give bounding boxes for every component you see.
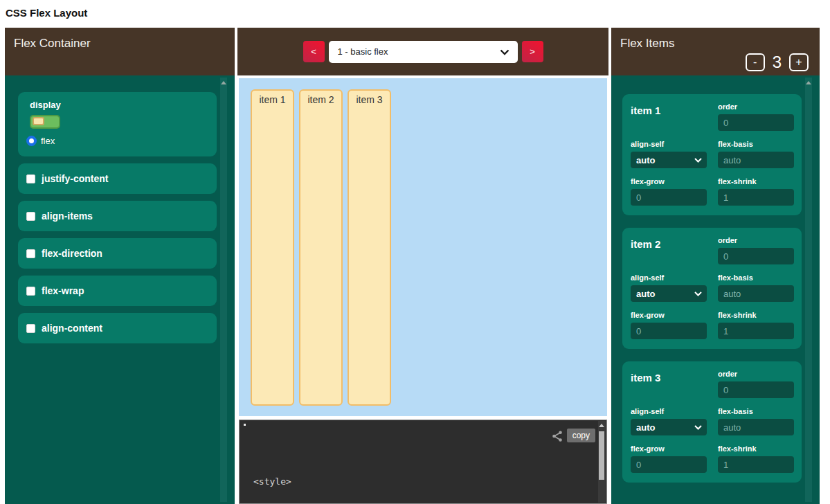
- scroll-up-icon: [599, 424, 604, 427]
- left-panel-scrollbar[interactable]: [220, 78, 227, 502]
- code-panel: <style> .flex-container { display: flex;…: [239, 420, 607, 504]
- example-select-wrap: 1 - basic flex: [329, 41, 518, 63]
- align-self-select[interactable]: auto: [631, 152, 707, 168]
- preview-column: < 1 - basic flex > item 1 item 2 item 3 …: [237, 28, 608, 504]
- prev-example-button[interactable]: <: [303, 41, 325, 62]
- order-input[interactable]: [718, 114, 794, 131]
- flex-items-header: Flex Items - 3 +: [611, 28, 820, 75]
- flex-basis-label: flex-basis: [718, 273, 794, 282]
- flex-items-panel: Flex Items - 3 + item 1 order align-self: [611, 28, 820, 504]
- item-3-title: item 3: [631, 370, 707, 398]
- flex-wrap-card: flex-wrap: [18, 276, 217, 306]
- align-self-label: align-self: [631, 273, 707, 282]
- display-toggle[interactable]: [30, 115, 60, 129]
- add-item-button[interactable]: +: [789, 53, 809, 71]
- flex-wrap-label: flex-wrap: [42, 285, 84, 296]
- flex-grow-input[interactable]: [631, 456, 707, 473]
- display-card: display flex: [18, 92, 217, 156]
- align-items-checkbox[interactable]: [26, 212, 35, 221]
- flex-basis-label: flex-basis: [718, 407, 794, 415]
- align-content-card: align-content: [18, 313, 217, 343]
- justify-content-label: justify-content: [42, 173, 108, 184]
- order-label: order: [718, 102, 794, 111]
- flex-grow-label: flex-grow: [631, 311, 707, 319]
- flex-shrink-input[interactable]: [718, 456, 794, 473]
- flex-shrink-label: flex-shrink: [718, 311, 794, 319]
- flex-shrink-label: flex-shrink: [718, 177, 794, 186]
- item-2-title: item 2: [631, 236, 707, 264]
- preview-flex-item-2: item 2: [299, 89, 343, 406]
- flex-items-body: item 1 order align-self auto: [611, 75, 820, 504]
- flex-basis-input[interactable]: [718, 419, 794, 435]
- toggle-knob: [33, 117, 44, 125]
- order-label: order: [718, 370, 794, 378]
- order-label: order: [718, 236, 794, 244]
- align-self-select-wrap: auto: [631, 152, 707, 168]
- flex-wrap-checkbox[interactable]: [26, 287, 35, 296]
- example-nav-bar: < 1 - basic flex >: [237, 28, 608, 75]
- flex-basis-label: flex-basis: [718, 140, 794, 148]
- flex-container-title: Flex Container: [14, 37, 91, 51]
- code-block: <style> .flex-container { display: flex;: [253, 449, 593, 504]
- flex-container-body: display flex justify-content align-items: [5, 75, 235, 504]
- flex-preview-container: item 1 item 2 item 3: [239, 78, 607, 416]
- code-line: <style>: [253, 475, 593, 488]
- order-input[interactable]: [718, 381, 794, 398]
- flex-radio-label: flex: [41, 136, 55, 146]
- align-self-select-wrap: auto: [631, 419, 707, 435]
- flex-direction-card: flex-direction: [18, 238, 217, 269]
- align-self-label: align-self: [631, 407, 707, 415]
- scrollbar-thumb[interactable]: [599, 431, 604, 480]
- flex-basis-input[interactable]: [718, 285, 794, 302]
- align-items-card: align-items: [18, 201, 217, 231]
- item-2-card: item 2 order align-self auto: [622, 228, 802, 349]
- flex-shrink-label: flex-shrink: [718, 444, 794, 453]
- flex-direction-checkbox[interactable]: [26, 249, 35, 258]
- item-1-title: item 1: [631, 102, 707, 131]
- flex-container-panel: Flex Container display flex justify-cont…: [5, 28, 235, 504]
- flex-grow-label: flex-grow: [631, 444, 707, 453]
- flex-grow-input[interactable]: [631, 323, 707, 339]
- flex-direction-label: flex-direction: [42, 248, 102, 259]
- align-self-label: align-self: [631, 140, 707, 148]
- app-root: CSS Flex Layout Flex Container display f…: [0, 0, 830, 504]
- scroll-up-icon: [221, 81, 226, 84]
- flex-radio[interactable]: [26, 136, 37, 146]
- item-3-card: item 3 order align-self auto: [622, 361, 802, 483]
- flex-radio-row: flex: [26, 136, 208, 146]
- align-self-select[interactable]: auto: [631, 285, 707, 302]
- page-title: CSS Flex Layout: [6, 7, 87, 19]
- flex-grow-input[interactable]: [631, 189, 707, 206]
- right-panel-scrollbar[interactable]: [805, 78, 812, 502]
- item-count: 3: [773, 53, 782, 72]
- flex-container-header: Flex Container: [5, 28, 235, 75]
- flex-grow-label: flex-grow: [631, 177, 707, 186]
- remove-item-button[interactable]: -: [746, 53, 765, 71]
- flex-items-title: Flex Items: [620, 37, 674, 51]
- flex-shrink-input[interactable]: [718, 323, 794, 339]
- order-input[interactable]: [718, 248, 794, 264]
- align-items-label: align-items: [42, 210, 93, 222]
- copy-button[interactable]: copy: [567, 429, 595, 442]
- scroll-up-icon: [806, 81, 811, 84]
- caret-dot: [244, 424, 246, 426]
- next-example-button[interactable]: >: [522, 41, 543, 62]
- justify-content-card: justify-content: [18, 163, 217, 194]
- code-scrollbar[interactable]: [598, 421, 606, 503]
- preview-flex-item-1: item 1: [251, 89, 294, 406]
- display-label: display: [30, 100, 208, 110]
- preview-flex-item-3: item 3: [348, 89, 391, 406]
- justify-content-checkbox[interactable]: [26, 174, 35, 183]
- item-1-card: item 1 order align-self auto: [622, 94, 802, 215]
- share-icon[interactable]: [551, 430, 563, 444]
- example-select[interactable]: 1 - basic flex: [329, 41, 518, 63]
- flex-basis-input[interactable]: [718, 152, 794, 168]
- flex-shrink-input[interactable]: [718, 189, 794, 206]
- align-self-select-wrap: auto: [631, 285, 707, 302]
- item-count-controls: - 3 +: [746, 53, 809, 72]
- align-self-select[interactable]: auto: [631, 419, 707, 435]
- align-content-label: align-content: [42, 323, 102, 334]
- align-content-checkbox[interactable]: [26, 324, 35, 333]
